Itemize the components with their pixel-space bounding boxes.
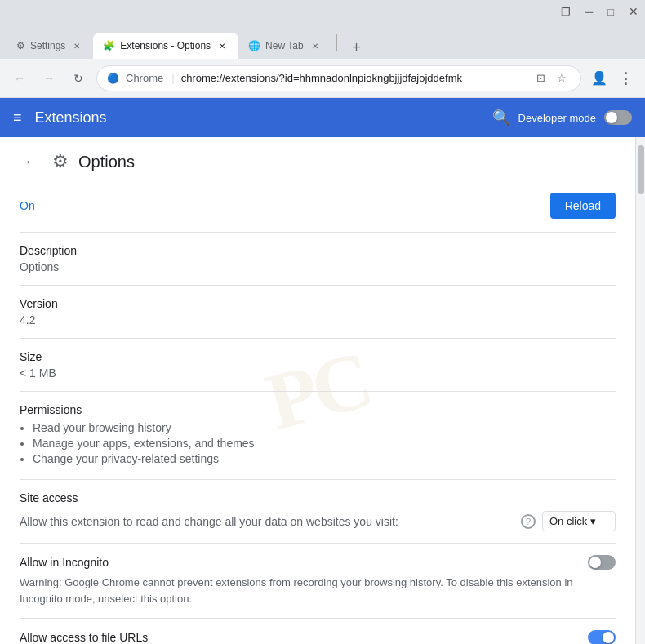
version-value: 4.2	[20, 313, 616, 326]
omnibox-separator: |	[171, 72, 174, 84]
on-click-label: On click	[549, 515, 587, 527]
permissions-row: Permissions Read your browsing history M…	[20, 392, 616, 480]
toggle-thumb	[606, 112, 617, 123]
tab-extensions-options[interactable]: 🧩 Extensions - Options ✕	[93, 33, 238, 59]
help-icon[interactable]: ?	[521, 514, 536, 529]
minimize-button[interactable]: ─	[585, 6, 593, 18]
scrollbar-track[interactable]	[635, 137, 645, 644]
size-value: < 1 MB	[20, 366, 616, 380]
permission-item-2: Manage your apps, extensions, and themes	[33, 437, 616, 450]
close-button[interactable]: ✕	[629, 5, 638, 18]
site-access-section: Site access Allow this extension to read…	[20, 480, 616, 544]
size-label: Size	[20, 350, 616, 363]
allow-file-label: Allow access to file URLs	[20, 631, 148, 644]
site-access-label: Site access	[20, 491, 616, 504]
allow-incognito-header: Allow in Incognito	[20, 555, 616, 570]
description-label: Description	[20, 244, 616, 257]
permissions-label: Permissions	[20, 403, 616, 416]
reload-button-ext[interactable]: Reload	[550, 193, 616, 219]
on-click-dropdown[interactable]: On click ▾	[542, 511, 616, 531]
extensions-title: Extensions	[35, 109, 479, 127]
options-title: Options	[78, 153, 135, 171]
dev-mode-toggle[interactable]	[604, 110, 632, 125]
url-display: chrome://extensions/?id=hhmnadonlnpiokng…	[181, 72, 525, 84]
main-content: PC ← ⚙ Options On Reload Description Opt…	[0, 137, 645, 644]
maximize-button[interactable]: □	[607, 6, 614, 18]
page-inner: ← ⚙ Options On Reload Description Option…	[0, 137, 635, 644]
allow-incognito-label: Allow in Incognito	[20, 556, 109, 569]
allow-incognito-section: Allow in Incognito Warning: Google Chrom…	[20, 544, 616, 619]
settings-tab-close[interactable]: ✕	[70, 39, 83, 52]
site-access-text: Allow this extension to read and change …	[20, 515, 514, 528]
window-controls: ❐ ─ □ ✕	[561, 5, 638, 18]
brand-label: Chrome	[126, 72, 163, 84]
description-value: Options	[20, 260, 616, 273]
forward-button[interactable]: →	[38, 67, 60, 90]
new-tab-close[interactable]: ✕	[309, 39, 322, 52]
tab-new-tab[interactable]: 🌐 New Tab ✕	[238, 33, 331, 59]
extensions-options-tab-close[interactable]: ✕	[216, 39, 229, 52]
search-button[interactable]: 🔍	[492, 109, 510, 127]
omnibox-actions: ⊡ ☆	[532, 69, 571, 87]
allow-file-section: Allow access to file URLs	[20, 619, 616, 644]
file-toggle-thumb	[603, 632, 614, 643]
hamburger-menu[interactable]: ≡	[13, 109, 22, 127]
new-tab-icon: 🌐	[248, 40, 260, 51]
new-tab-button[interactable]: +	[345, 36, 368, 59]
extensions-options-tab-label: Extensions - Options	[120, 40, 211, 51]
omnibox[interactable]: 🔵 Chrome | chrome://extensions/?id=hhmna…	[96, 65, 581, 91]
restore-button[interactable]: ❐	[561, 6, 571, 18]
tabs-bar: ⚙ Settings ✕ 🧩 Extensions - Options ✕ 🌐 …	[0, 26, 645, 59]
toolbar-right: 👤 ⋮	[588, 67, 637, 90]
content-area: PC ← ⚙ Options On Reload Description Opt…	[0, 137, 635, 644]
version-row: Version 4.2	[20, 286, 616, 339]
address-bar: ← → ↻ 🔵 Chrome | chrome://extensions/?id…	[0, 59, 645, 98]
options-header: ← ⚙ Options	[0, 137, 635, 186]
site-access-control: Allow this extension to read and change …	[20, 511, 616, 531]
cast-icon[interactable]: ⊡	[532, 69, 549, 87]
allow-incognito-warning: Warning: Google Chrome cannot prevent ex…	[20, 575, 616, 606]
tab-settings[interactable]: ⚙ Settings ✕	[7, 33, 93, 59]
dev-mode-area: 🔍 Developer mode	[492, 109, 632, 127]
on-status-row: On Reload	[20, 186, 616, 233]
reload-button[interactable]: ↻	[67, 67, 90, 90]
settings-tab-icon: ⚙	[16, 40, 25, 51]
title-bar: ❐ ─ □ ✕	[0, 0, 645, 26]
menu-button[interactable]: ⋮	[614, 67, 637, 90]
description-row: Description Options	[20, 233, 616, 286]
on-status-label[interactable]: On	[20, 199, 35, 212]
new-tab-label: New Tab	[265, 40, 303, 51]
incognito-toggle-thumb	[589, 557, 601, 568]
version-label: Version	[20, 297, 616, 310]
options-back-button[interactable]: ←	[20, 150, 42, 173]
settings-tab-label: Settings	[30, 40, 65, 51]
options-gear-icon: ⚙	[52, 151, 69, 172]
permission-item-3: Change your privacy-related settings	[33, 452, 616, 465]
allow-incognito-toggle[interactable]	[588, 555, 616, 570]
permission-item-1: Read your browsing history	[33, 421, 616, 434]
extensions-header: ≡ Extensions 🔍 Developer mode	[0, 98, 645, 137]
size-row: Size < 1 MB	[20, 339, 616, 392]
tab-separator	[336, 34, 337, 51]
extensions-options-tab-icon: 🧩	[103, 40, 115, 51]
allow-file-toggle[interactable]	[588, 630, 616, 644]
bookmark-icon[interactable]: ☆	[553, 69, 571, 87]
dev-mode-label: Developer mode	[518, 112, 596, 124]
permissions-list: Read your browsing history Manage your a…	[33, 421, 616, 465]
back-button[interactable]: ←	[8, 67, 31, 90]
info-section: On Reload Description Options Version 4.…	[0, 186, 635, 644]
site-icon: 🔵	[107, 73, 119, 84]
chevron-down-icon: ▾	[590, 515, 596, 527]
profile-button[interactable]: 👤	[588, 67, 611, 90]
scrollbar-thumb[interactable]	[638, 145, 644, 194]
